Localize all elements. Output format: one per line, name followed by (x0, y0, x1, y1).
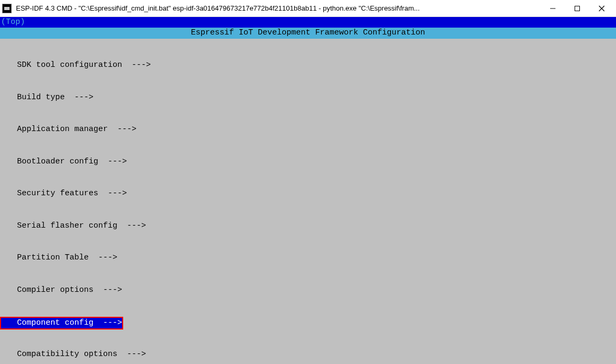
menu-item-build-type[interactable]: Build type ---> (0, 93, 93, 102)
menu-list: SDK tool configuration ---> Build type -… (0, 39, 616, 365)
config-header: Espressif IoT Development Framework Conf… (0, 28, 616, 38)
breadcrumb: (Top) (0, 17, 616, 28)
close-button[interactable] (589, 1, 614, 16)
terminal-area: (Top) Espressif IoT Development Framewor… (0, 17, 616, 364)
maximize-button[interactable] (565, 1, 589, 16)
window-controls (541, 1, 614, 16)
menu-item-component-config[interactable]: Component config ---> (0, 317, 123, 330)
menu-item-compiler[interactable]: Compiler options ---> (0, 285, 122, 294)
svg-rect-1 (575, 6, 580, 11)
menu-item-compatibility[interactable]: Compatibility options ---> (0, 350, 146, 359)
menu-item-serial-flasher[interactable]: Serial flasher config ---> (0, 221, 146, 230)
minimize-button[interactable] (541, 1, 565, 16)
window-title: ESP-IDF 4.3 CMD - "C:\Espressif\idf_cmd_… (16, 4, 541, 12)
menu-item-app-manager[interactable]: Application manager ---> (0, 125, 136, 134)
window-titlebar: ESP-IDF 4.3 CMD - "C:\Espressif\idf_cmd_… (0, 0, 616, 17)
cmd-icon (2, 4, 12, 13)
menu-item-sdk-tool[interactable]: SDK tool configuration ---> (0, 60, 151, 70)
menu-item-security[interactable]: Security features ---> (0, 189, 127, 198)
menu-item-partition-table[interactable]: Partition Table ---> (0, 253, 117, 262)
menu-item-bootloader[interactable]: Bootloader config ---> (0, 157, 127, 166)
